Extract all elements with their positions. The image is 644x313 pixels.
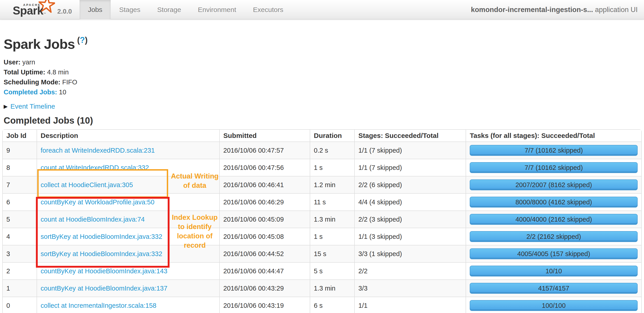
event-timeline-toggle[interactable]: ▶Event Timeline — [4, 103, 640, 111]
job-duration-cell: 15 s — [310, 245, 354, 262]
job-tasks-cell: 4000/4000 (2162 skipped) — [466, 211, 641, 228]
job-submitted-cell: 2016/10/06 00:47:56 — [220, 159, 310, 176]
job-table-row: 1 countByKey at HoodieBloomIndex.java:13… — [3, 280, 641, 297]
job-submitted-cell: 2016/10/06 00:45:08 — [220, 228, 310, 245]
job-table-row: 4 sortByKey at HoodieBloomIndex.java:332… — [3, 228, 641, 245]
summary-completed-jobs: Completed Jobs: 10 — [4, 87, 640, 97]
job-table-row: 9 foreach at WriteIndexedRDD.scala:231 2… — [3, 142, 641, 159]
completed-jobs-link[interactable]: Completed Jobs: — [4, 88, 57, 96]
help-link[interactable]: (?) — [75, 36, 88, 52]
job-description-cell: countByKey at HoodieBloomIndex.java:137 — [37, 280, 220, 297]
job-table-row: 3 sortByKey at HoodieBloomIndex.java:332… — [3, 245, 641, 262]
top-navbar: APACHE Spark™ 2.0.0 Jobs Stages Storage … — [0, 0, 644, 19]
job-description-link[interactable]: count at WriteIndexedRDD.scala:332 — [41, 164, 149, 171]
nav-tabs: Jobs Stages Storage Environment Executor… — [80, 0, 292, 19]
completed-jobs-heading: Completed Jobs (10) — [4, 115, 640, 126]
job-description-cell: countByKey at HoodieBloomIndex.java:143 — [37, 262, 220, 280]
tasks-progress-bar: 4000/4000 (2162 skipped) — [470, 214, 638, 225]
job-description-link[interactable]: countByKey at HoodieBloomIndex.java:143 — [41, 267, 168, 275]
job-description-cell: sortByKey at HoodieBloomIndex.java:332 — [37, 228, 220, 245]
job-description-cell: count at WriteIndexedRDD.scala:332 — [37, 159, 220, 176]
job-table-row: 6 countByKey at WorkloadProfile.java:50 … — [3, 193, 641, 211]
job-submitted-cell: 2016/10/06 00:44:52 — [220, 245, 310, 262]
header-duration: Duration — [310, 130, 354, 142]
job-tasks-cell: 4157/4157 — [466, 280, 641, 297]
job-stages-cell: 1/1 (7 skipped) — [354, 142, 466, 159]
caret-right-icon: ▶ — [4, 103, 8, 110]
job-summary-list: User: yarn Total Uptime: 4.8 min Schedul… — [4, 57, 640, 97]
summary-uptime: Total Uptime: 4.8 min — [4, 67, 640, 77]
tasks-progress-bar: 4157/4157 — [470, 283, 638, 294]
table-header-row: Job Id Description Submitted Duration St… — [3, 130, 641, 142]
job-table-row: 2 countByKey at HoodieBloomIndex.java:14… — [3, 262, 641, 280]
job-submitted-cell: 2016/10/06 00:46:29 — [220, 193, 310, 211]
help-paren-close: ) — [85, 35, 88, 45]
job-id-cell: 3 — [3, 245, 37, 262]
completed-jobs-table-wrap: Job Id Description Submitted Duration St… — [2, 129, 642, 313]
tab-stages[interactable]: Stages — [111, 0, 148, 19]
job-id-cell: 5 — [3, 211, 37, 228]
job-tasks-cell: 7/7 (10162 skipped) — [466, 159, 641, 176]
header-description: Description — [37, 130, 220, 142]
help-paren-open: ( — [77, 35, 80, 45]
job-id-cell: 7 — [3, 176, 37, 193]
tasks-progress-bar: 100/100 — [470, 300, 638, 311]
trademark-symbol: ™ — [43, 12, 46, 15]
job-duration-cell: 5 s — [310, 262, 354, 280]
job-stages-cell: 1/1 — [354, 297, 466, 313]
completed-jobs-table: Job Id Description Submitted Duration St… — [3, 130, 641, 313]
job-description-link[interactable]: countByKey at HoodieBloomIndex.java:137 — [41, 285, 168, 292]
job-id-cell: 1 — [3, 280, 37, 297]
job-description-link[interactable]: countByKey at WorkloadProfile.java:50 — [41, 198, 154, 206]
job-stages-cell: 3/3 — [354, 280, 466, 297]
tab-jobs[interactable]: Jobs — [80, 0, 111, 19]
tasks-progress-bar: 4005/4005 (157 skipped) — [470, 248, 638, 259]
application-ui-suffix: application UI — [593, 6, 638, 14]
job-description-cell: sortByKey at HoodieBloomIndex.java:332 — [37, 245, 220, 262]
job-description-cell: collect at IncrementalIngestor.scala:158 — [37, 297, 220, 313]
job-duration-cell: 6 s — [310, 297, 354, 313]
tab-environment[interactable]: Environment — [190, 0, 244, 19]
summary-scheduling-mode: Scheduling Mode: FIFO — [4, 77, 640, 87]
job-submitted-cell: 2016/10/06 00:43:19 — [220, 297, 310, 313]
job-submitted-cell: 2016/10/06 00:46:41 — [220, 176, 310, 193]
tasks-progress-bar: 7/7 (10162 skipped) — [470, 162, 638, 173]
application-name: komondor-incremental-ingestion-s... — [471, 6, 593, 14]
job-tasks-cell: 100/100 — [466, 297, 641, 313]
job-stages-cell: 2/2 — [354, 262, 466, 280]
job-description-link[interactable]: collect at HoodieClient.java:305 — [41, 181, 133, 188]
application-title: komondor-incremental-ingestion-s... appl… — [471, 0, 638, 19]
job-stages-cell: 1/1 (3 skipped) — [354, 228, 466, 245]
job-description-link[interactable]: collect at IncrementalIngestor.scala:158 — [41, 302, 156, 309]
help-icon: ? — [80, 35, 85, 45]
tab-storage[interactable]: Storage — [149, 0, 190, 19]
job-tasks-cell: 8000/8000 (4162 skipped) — [466, 193, 641, 211]
job-stages-cell: 2/2 (3 skipped) — [354, 211, 466, 228]
job-description-link[interactable]: sortByKey at HoodieBloomIndex.java:332 — [41, 233, 162, 240]
job-duration-cell: 0.2 s — [310, 142, 354, 159]
job-description-link[interactable]: foreach at WriteIndexedRDD.scala:231 — [41, 147, 155, 154]
job-description-cell: countByKey at WorkloadProfile.java:50 — [37, 193, 220, 211]
job-description-cell: foreach at WriteIndexedRDD.scala:231 — [37, 142, 220, 159]
job-duration-cell: 1 s — [310, 228, 354, 245]
job-duration-cell: 1.3 min — [310, 280, 354, 297]
spark-wordmark: Spark™ — [13, 4, 46, 17]
job-submitted-cell: 2016/10/06 00:43:29 — [220, 280, 310, 297]
tab-executors[interactable]: Executors — [244, 0, 292, 19]
job-tasks-cell: 4005/4005 (157 skipped) — [466, 245, 641, 262]
job-table-row: 5 count at HoodieBloomIndex.java:74 2016… — [3, 211, 641, 228]
job-submitted-cell: 2016/10/06 00:44:47 — [220, 262, 310, 280]
job-description-link[interactable]: sortByKey at HoodieBloomIndex.java:332 — [41, 250, 162, 257]
tasks-progress-bar: 10/10 — [470, 266, 638, 277]
event-timeline-link[interactable]: Event Timeline — [10, 103, 55, 110]
job-description-cell: count at HoodieBloomIndex.java:74 — [37, 211, 220, 228]
job-id-cell: 0 — [3, 297, 37, 313]
job-submitted-cell: 2016/10/06 00:47:57 — [220, 142, 310, 159]
tasks-progress-bar: 7/7 (10162 skipped) — [470, 145, 638, 156]
job-id-cell: 9 — [3, 142, 37, 159]
job-duration-cell: 1.2 min — [310, 176, 354, 193]
job-stages-cell: 3/3 (1 skipped) — [354, 245, 466, 262]
job-tasks-cell: 2007/2007 (8162 skipped) — [466, 176, 641, 193]
job-description-link[interactable]: count at HoodieBloomIndex.java:74 — [41, 216, 145, 223]
main-content: Spark Jobs(?) User: yarn Total Uptime: 4… — [0, 32, 644, 313]
